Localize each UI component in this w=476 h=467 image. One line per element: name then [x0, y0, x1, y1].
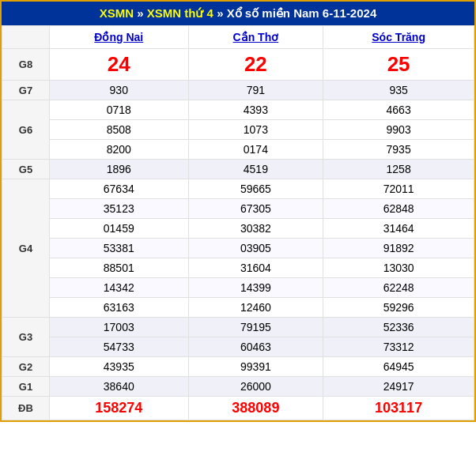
g3-val-c3-r0: 52336 [323, 318, 474, 337]
g8-val-3: 25 [323, 49, 474, 81]
g4-val-c3-r0: 72011 [323, 179, 474, 199]
row-label-g8: G8 [2, 49, 50, 81]
page-header: XSMN » XSMN thứ 4 » Xổ số miền Nam 6-11-… [2, 2, 474, 25]
db-val-3: 103117 [323, 397, 474, 420]
g4-val-c3-r3: 91892 [323, 239, 474, 258]
g8-val-1: 24 [50, 49, 189, 81]
lottery-container: XSMN » XSMN thứ 4 » Xổ số miền Nam 6-11-… [0, 0, 476, 422]
g2-val-1: 43935 [50, 357, 189, 377]
lottery-table: Đồng Nai Cần Thơ Sóc Trăng G8 24 22 25 G… [2, 25, 474, 420]
g3-val-c2-r1: 60463 [188, 337, 323, 357]
row-label-g2: G2 [2, 357, 50, 377]
g6-val-c3-r1: 9903 [323, 120, 474, 140]
g8-val-2: 22 [188, 49, 323, 81]
row-label-g1: G1 [2, 377, 50, 397]
row-label-g7: G7 [2, 81, 50, 100]
g4-val-c3-r4: 13030 [323, 258, 474, 278]
g4-val-c1-r1: 35123 [50, 199, 189, 219]
g5-val-1: 1896 [50, 160, 189, 179]
g3-val-c1-r0: 17003 [50, 318, 189, 337]
col-header-dong-nai: Đồng Nai [50, 26, 189, 49]
g4-val-c3-r5: 62248 [323, 278, 474, 298]
g4-val-c1-r4: 88501 [50, 258, 189, 278]
g6-val-c1-r0: 0718 [50, 100, 189, 120]
g4-val-c3-r1: 62848 [323, 199, 474, 219]
g6-val-c2-r0: 4393 [188, 100, 323, 120]
g3-val-c1-r1: 54733 [50, 337, 189, 357]
g4-val-c1-r3: 53381 [50, 239, 189, 258]
g4-val-c2-r3: 03905 [188, 239, 323, 258]
g6-val-c2-r2: 0174 [188, 140, 323, 160]
g1-val-3: 24917 [323, 377, 474, 397]
g4-val-c3-r2: 31464 [323, 219, 474, 239]
g4-val-c2-r4: 31604 [188, 258, 323, 278]
g2-val-2: 99391 [188, 357, 323, 377]
g4-val-c2-r2: 30382 [188, 219, 323, 239]
row-label-g4: G4 [2, 179, 50, 318]
header-text: XSMN » XSMN thứ 4 » Xổ số miền Nam 6-11-… [100, 6, 377, 20]
col-header-can-tho: Cần Thơ [188, 26, 323, 49]
row-label-db: ĐB [2, 397, 50, 420]
g2-val-3: 64945 [323, 357, 474, 377]
g6-val-c1-r2: 8200 [50, 140, 189, 160]
db-val-1: 158274 [50, 397, 189, 420]
g6-val-c3-r2: 7935 [323, 140, 474, 160]
row-label-g6: G6 [2, 100, 50, 160]
g4-val-c2-r5: 14399 [188, 278, 323, 298]
g7-val-3: 935 [323, 81, 474, 100]
g4-val-c2-r1: 67305 [188, 199, 323, 219]
g6-val-c1-r1: 8508 [50, 120, 189, 140]
g4-val-c1-r5: 14342 [50, 278, 189, 298]
g5-val-2: 4519 [188, 160, 323, 179]
g6-val-c2-r1: 1073 [188, 120, 323, 140]
g5-val-3: 1258 [323, 160, 474, 179]
g4-val-c1-r0: 67634 [50, 179, 189, 199]
g4-val-c3-r6: 59296 [323, 298, 474, 318]
g3-val-c2-r0: 79195 [188, 318, 323, 337]
g3-val-c3-r1: 73312 [323, 337, 474, 357]
g7-val-1: 930 [50, 81, 189, 100]
row-label-g5: G5 [2, 160, 50, 179]
col-header-soc-trang: Sóc Trăng [323, 26, 474, 49]
g4-val-c1-r2: 01459 [50, 219, 189, 239]
g4-val-c2-r0: 59665 [188, 179, 323, 199]
row-label-g3: G3 [2, 318, 50, 357]
g4-val-c1-r6: 63163 [50, 298, 189, 318]
db-val-2: 388089 [188, 397, 323, 420]
g7-val-2: 791 [188, 81, 323, 100]
col-empty [2, 26, 50, 49]
g1-val-1: 38640 [50, 377, 189, 397]
g1-val-2: 26000 [188, 377, 323, 397]
g6-val-c3-r0: 4663 [323, 100, 474, 120]
g4-val-c2-r6: 12460 [188, 298, 323, 318]
